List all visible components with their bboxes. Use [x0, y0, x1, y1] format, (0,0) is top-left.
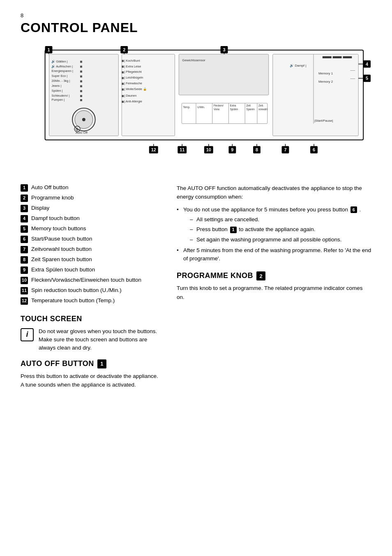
badge-4: 4	[21, 215, 28, 222]
list-item: 8 Zeit Sparen touch button	[21, 256, 160, 264]
svg-text:| Anti-Allergie: | Anti-Allergie	[124, 100, 142, 103]
svg-text:5: 5	[366, 76, 368, 81]
svg-text:Memory 2: Memory 2	[318, 80, 333, 83]
svg-rect-42	[122, 101, 124, 103]
svg-text:Extra: Extra	[230, 104, 236, 107]
svg-text:🔊 Dampf |: 🔊 Dampf |	[290, 63, 306, 67]
svg-text:Super Eco |: Super Eco |	[51, 74, 67, 78]
list-item: 10 Flecken/Vorwäsche/Einweichen touch bu…	[21, 276, 160, 284]
item-label: Auto Off button	[31, 184, 69, 192]
item-label: Dampf touch button	[31, 215, 80, 222]
svg-text:| Extra Leise: | Extra Leise	[124, 65, 141, 68]
svg-text:Jeans |: Jeans |	[51, 84, 61, 88]
badge-5: 5	[21, 225, 28, 233]
svg-text:| Pflegeleicht: | Pflegeleicht	[124, 70, 142, 74]
svg-text:U/Min.: U/Min.	[197, 106, 205, 109]
right-column: The AUTO OFF function automatically deac…	[177, 184, 371, 394]
svg-rect-23	[80, 90, 82, 92]
svg-text:| Koch/Bunt: | Koch/Bunt	[124, 59, 140, 63]
list-item: 5 Memory touch buttons	[21, 225, 160, 233]
svg-rect-24	[80, 95, 82, 97]
badge-1: 1	[21, 184, 28, 192]
svg-point-4	[82, 118, 85, 121]
items-list: 1 Auto Off button 2 Programme knob 3 Dis…	[21, 184, 160, 305]
badge-7: 7	[21, 246, 28, 253]
item-label: Zeit Sparen touch button	[31, 256, 92, 264]
badge-8: 8	[21, 256, 28, 264]
svg-rect-37	[122, 71, 124, 73]
list-item: 2 Programme knob	[21, 194, 160, 202]
bullet-text-1: You do not use the appliance for 5 minut…	[183, 206, 361, 213]
list-item: 7 Zeitvorwahl touch button	[21, 246, 160, 253]
svg-text:9: 9	[231, 147, 233, 152]
badge-3: 3	[21, 205, 28, 212]
svg-text:Schleudern/ |: Schleudern/ |	[51, 94, 69, 97]
sub-bullet-item: Set again the washing programme and all …	[190, 236, 371, 244]
svg-text:Gewichtssensor: Gewichtssensor	[182, 58, 205, 62]
sub-bullet-item: All settings are cancelled.	[190, 215, 371, 224]
svg-rect-40	[122, 88, 124, 90]
svg-rect-35	[122, 60, 124, 62]
auto-off-body: Press this button to activate or deactiv…	[21, 372, 160, 389]
svg-text:| Feinwäsche: | Feinwäsche	[124, 81, 142, 85]
item-label: Display	[31, 204, 49, 212]
svg-text:Flecken/: Flecken/	[214, 104, 224, 107]
list-item: 6 Start/Pause touch button	[21, 235, 160, 243]
svg-text:4: 4	[366, 62, 368, 67]
svg-text:10: 10	[206, 147, 211, 152]
svg-text:| Wolle/Seide 🔒: | Wolle/Seide 🔒	[124, 87, 147, 91]
svg-rect-18	[80, 66, 82, 68]
svg-text:Spülen: Spülen	[230, 108, 238, 111]
svg-text:7: 7	[284, 147, 286, 152]
sub-bullets-1: All settings are cancelled. Press button…	[190, 215, 371, 244]
sub-bullet-item: Press button 1 to activate the appliance…	[190, 225, 371, 234]
svg-rect-39	[122, 83, 124, 85]
touch-screen-text: Do not wear gloves when you touch the bu…	[39, 327, 160, 352]
item-label: Flecken/Vorwäsche/Einweichen touch butto…	[31, 276, 141, 284]
content-area: 1 Auto Off button 2 Programme knob 3 Dis…	[21, 184, 371, 394]
svg-rect-19	[80, 71, 82, 73]
list-item: 4 Dampf touch button	[21, 215, 160, 222]
auto-off-bullets: You do not use the appliance for 5 minut…	[177, 206, 371, 263]
svg-rect-20	[80, 75, 82, 77]
svg-text:Energiesparen |: Energiesparen |	[51, 69, 73, 73]
programme-knob-body: Turn this knob to set a programme. The r…	[177, 284, 371, 301]
page-number: 8	[21, 12, 371, 19]
list-item: 3 Display	[21, 204, 160, 212]
svg-text:| Leichtbügeln: | Leichtbügeln	[124, 76, 143, 79]
svg-rect-22	[80, 85, 82, 87]
svg-rect-36	[122, 66, 124, 68]
badge-2: 2	[21, 195, 28, 202]
svg-text:12: 12	[151, 147, 156, 152]
item-label: Memory touch buttons	[31, 225, 86, 233]
svg-text:Pumpen |: Pumpen |	[51, 98, 65, 102]
svg-text:2: 2	[123, 47, 125, 52]
svg-text:Sparen: Sparen	[246, 108, 255, 111]
badge-11: 11	[21, 287, 28, 294]
svg-text:🔊 Glätten |: 🔊 Glätten |	[51, 60, 67, 63]
badge-12: 12	[21, 297, 28, 305]
svg-text:⏻: ⏻	[76, 127, 79, 131]
svg-rect-17	[80, 61, 82, 63]
svg-text:Spülen |: Spülen |	[51, 89, 62, 93]
badge-10: 10	[21, 277, 28, 284]
svg-text:3: 3	[223, 47, 225, 52]
svg-text:Zeit-: Zeit-	[258, 104, 264, 107]
item-label: Zeitvorwahl touch button	[31, 246, 92, 253]
svg-text:🔊 Auffrischen |: 🔊 Auffrischen |	[51, 65, 73, 68]
svg-text:20Min. - 3kg |: 20Min. - 3kg |	[51, 79, 70, 83]
svg-rect-63	[333, 56, 342, 58]
svg-rect-64	[343, 56, 352, 58]
programme-knob-title: PROGRAMME KNOB	[177, 271, 253, 280]
svg-rect-41	[122, 95, 124, 97]
svg-text:6: 6	[313, 147, 315, 152]
list-item: 9 Extra Spülen touch button	[21, 266, 160, 274]
list-item: 12 Temperature touch button (Temp.)	[21, 297, 160, 305]
svg-rect-61	[273, 54, 359, 136]
programme-knob-badge: 2	[256, 271, 265, 280]
item-label: Temperature touch button (Temp.)	[31, 297, 115, 305]
item-label: Start/Pause touch button	[31, 235, 92, 243]
auto-off-title: AUTO OFF BUTTON	[21, 359, 94, 368]
list-item: 1 Auto Off button	[21, 184, 160, 192]
svg-rect-38	[122, 77, 124, 79]
